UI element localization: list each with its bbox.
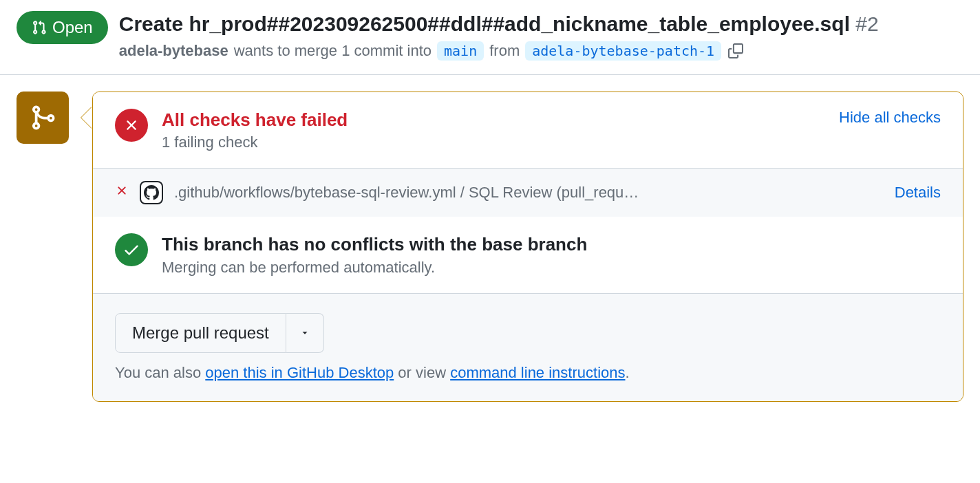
pr-author[interactable]: adela-bytebase [119, 42, 228, 60]
timeline-merge-badge [17, 92, 69, 144]
copy-branch-button[interactable] [727, 42, 745, 60]
base-branch-label[interactable]: main [437, 41, 484, 61]
x-icon [123, 117, 140, 133]
pr-wants-label: wants to merge 1 commit into [234, 42, 432, 60]
pr-title: Create hr_prod##202309262500##ddl##add_n… [119, 11, 963, 37]
caret-down-icon [300, 328, 310, 338]
check-item-row: .github/workflows/bytebase-sql-review.ym… [93, 168, 963, 217]
merge-help-text: You can also open this in GitHub Desktop… [115, 364, 941, 382]
checks-fail-badge [115, 109, 148, 142]
conflicts-section: This branch has no conflicts with the ba… [93, 217, 963, 293]
checks-title: All checks have failed [162, 109, 825, 131]
merge-help-period: . [626, 364, 630, 381]
merge-pull-request-button[interactable]: Merge pull request [115, 313, 286, 353]
pr-number: #2 [855, 12, 878, 35]
merge-status-box: All checks have failed 1 failing check H… [92, 92, 963, 402]
conflicts-title: This branch has no conflicts with the ba… [162, 233, 941, 256]
conflicts-ok-badge [115, 233, 148, 266]
git-merge-icon [29, 104, 56, 131]
pr-from-label: from [489, 42, 520, 60]
merge-help-mid: or view [394, 364, 450, 381]
check-item-name: .github/workflows/bytebase-sql-review.ym… [174, 184, 884, 202]
merge-actions-section: Merge pull request You can also open thi… [93, 293, 963, 401]
checks-summary-section: All checks have failed 1 failing check H… [93, 92, 963, 169]
head-branch-label[interactable]: adela-bytebase-patch-1 [525, 41, 721, 61]
git-pull-request-icon [32, 20, 47, 35]
checks-subtitle: 1 failing check [162, 133, 825, 151]
check-icon [122, 241, 140, 259]
command-line-instructions-link[interactable]: command line instructions [450, 364, 625, 381]
open-github-desktop-link[interactable]: open this in GitHub Desktop [205, 364, 394, 381]
github-icon [144, 185, 159, 200]
check-fail-x-icon [115, 184, 129, 202]
conflicts-subtitle: Merging can be performed automatically. [162, 259, 941, 277]
copy-icon [728, 43, 743, 58]
github-actions-avatar [140, 181, 163, 204]
pr-state-label: Open [52, 19, 93, 36]
merge-help-prefix: You can also [115, 364, 205, 381]
pr-title-text: Create hr_prod##202309262500##ddl##add_n… [119, 12, 850, 35]
pr-subline: adela-bytebase wants to merge 1 commit i… [119, 41, 963, 61]
merge-dropdown-button[interactable] [286, 313, 324, 353]
hide-checks-link[interactable]: Hide all checks [839, 109, 941, 127]
pr-state-badge: Open [17, 11, 108, 44]
check-details-link[interactable]: Details [895, 184, 941, 202]
